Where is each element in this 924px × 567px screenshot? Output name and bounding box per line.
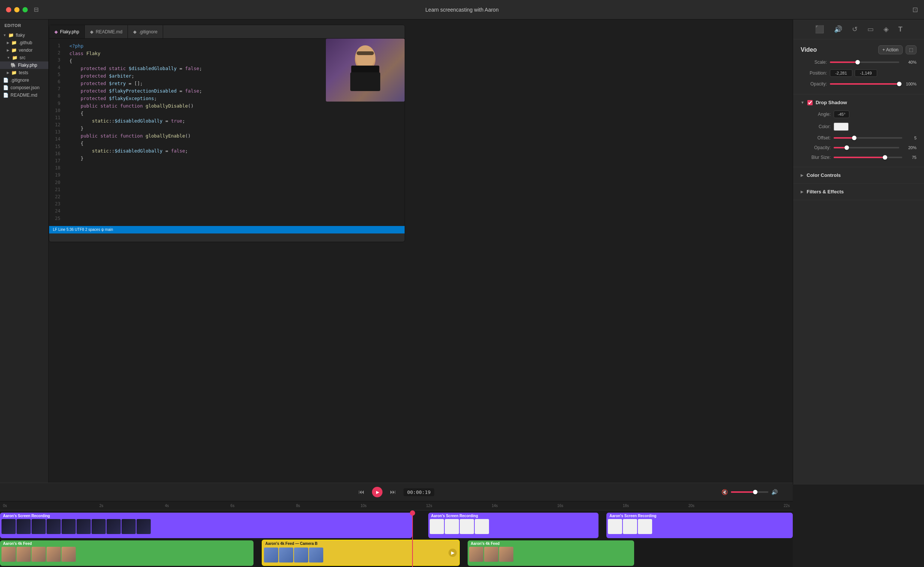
shadow-opacity-slider[interactable] [834, 147, 899, 148]
film-icon[interactable]: ⬛ [815, 25, 824, 34]
drop-shadow-checkbox[interactable] [807, 100, 813, 105]
ruler-marks: 0s 2s 4s 6s 8s 10s 12s 14s 16s 18s 20s 2… [3, 504, 790, 508]
line-numbers: 1234567891011121314151617181920212223242… [49, 39, 64, 226]
ruler-8s: 8s [265, 504, 331, 508]
sidebar-item-tests[interactable]: 📁 tests [0, 69, 48, 76]
sidebar-item-flaky[interactable]: 📁 flaky [0, 32, 48, 39]
volume-max-icon: 🔊 [771, 489, 778, 495]
file-icon: 📄 [3, 85, 9, 90]
editor-panel: ◆ Flaky.php ◆ README.md ◆ .gitignore 123… [49, 25, 405, 242]
ruler-0s: 0s [3, 504, 69, 508]
angle-value-box[interactable]: -45° [834, 111, 849, 118]
forward-button[interactable]: ⏭ [390, 489, 396, 495]
clip-cam-1[interactable]: Aaron's 4k Feed [0, 540, 254, 566]
scale-value: 40% [902, 60, 916, 64]
clip-screen-3[interactable]: Aaron's Screen Recording [606, 513, 793, 538]
sidebar-item-github[interactable]: 📁 .github [0, 39, 48, 46]
video-section-header: Video + Action ⬚ [801, 45, 916, 54]
opacity-slider[interactable] [830, 83, 899, 85]
clip-screen-2[interactable]: Aaron's Screen Recording [428, 513, 599, 538]
tab-flaky-php[interactable]: ◆ Flaky.php [49, 25, 85, 38]
traffic-lights [6, 7, 28, 12]
scale-slider[interactable] [830, 62, 899, 63]
angle-row: Angle: -45° [801, 111, 916, 118]
drop-shadow-header[interactable]: ▼ Drop Shadow [793, 94, 924, 111]
opacity-value: 100% [902, 82, 916, 86]
drop-shadow-title: Drop Shadow [816, 100, 916, 105]
chevron-right-icon [7, 48, 9, 52]
scale-label: Scale: [801, 60, 827, 65]
drop-shadow-chevron: ▼ [801, 100, 804, 105]
shadow-color-swatch[interactable] [834, 123, 849, 131]
ruler-22s: 22s [724, 504, 790, 508]
sidebar-toggle[interactable]: ⊟ [32, 6, 40, 14]
chevron-down-icon [3, 33, 6, 37]
text-icon[interactable]: T [898, 26, 903, 33]
play-button[interactable]: ▶ [372, 487, 383, 497]
chevron-right-icon [7, 41, 9, 45]
editor-content: 1234567891011121314151617181920212223242… [49, 39, 405, 226]
scale-row: Scale: 40% [801, 60, 916, 65]
playhead [412, 510, 413, 567]
php-file-icon: 🐘 [11, 63, 16, 68]
shadow-opacity-row: Opacity: 20% [801, 145, 916, 150]
video-options-button[interactable]: ⬚ [906, 45, 916, 54]
folder-icon: 📁 [11, 70, 17, 75]
ruler-14s: 14s [462, 504, 527, 508]
audio-icon[interactable]: 🔊 [834, 25, 842, 33]
opacity-label: Opacity: [801, 81, 827, 87]
clip-label: Aaron's 4k Feed [0, 540, 254, 547]
action-button[interactable]: + Action [878, 45, 903, 54]
timeline-ruler: 0s 2s 4s 6s 8s 10s 12s 14s 16s 18s 20s 2… [0, 501, 793, 510]
window-controls: ⊡ [912, 6, 918, 14]
clip-cam-b[interactable]: Aaron's 4k Feed — Camera B ▶ [262, 540, 460, 566]
volume-slider[interactable] [731, 491, 768, 493]
close-button[interactable] [6, 7, 11, 12]
sidebar-item-readme[interactable]: 📄 README.md [0, 92, 48, 99]
screen-recording-track-1: Aaron's Screen Recording Aaron's Scr [0, 512, 793, 539]
timeline-area: ⏮ ▶ ⏭ 00:00:19 🔇 🔊 0s 2s 4s 6s 8s 10s 12… [0, 483, 793, 567]
blur-slider[interactable] [834, 157, 902, 158]
clip-arrow-icon: ▶ [449, 549, 457, 557]
color-controls-header[interactable]: ▶ Color Controls [793, 167, 924, 183]
sidebar-item-vendor[interactable]: 📁 vendor [0, 46, 48, 54]
monitor-icon[interactable]: ▭ [867, 25, 874, 33]
ruler-4s: 4s [134, 504, 200, 508]
ruler-10s: 10s [331, 504, 397, 508]
tab-gitignore[interactable]: ◆ .gitignore [128, 25, 163, 38]
clip-label: Aaron's 4k Feed — Camera B [263, 540, 460, 547]
clip-label: Aaron's Screen Recording [0, 513, 412, 519]
tab-readme[interactable]: ◆ README.md [85, 25, 128, 38]
drop-shadow-section: ▼ Drop Shadow Angle: -45° Color: Offset: [793, 94, 924, 167]
volume-mute-icon[interactable]: 🔇 [721, 489, 728, 495]
filters-effects-header[interactable]: ▶ Filters & Effects [793, 184, 924, 200]
sidebar-item-src[interactable]: 📁 src [0, 54, 48, 62]
filters-effects-title: Filters & Effects [807, 189, 916, 195]
ruler-18s: 18s [593, 504, 658, 508]
maximize-button[interactable] [23, 7, 28, 12]
position-y-value[interactable]: -1,149 [855, 69, 877, 77]
minimize-button[interactable] [14, 7, 20, 12]
position-x-value[interactable]: -2,281 [830, 69, 852, 77]
ruler-16s: 16s [527, 504, 593, 508]
right-panel: ⬛ 🔊 ↺ ▭ ◈ T Video + Action ⬚ Scale: 40% [793, 20, 924, 484]
sidebar-item-gitignore[interactable]: 📄 .gitignore [0, 76, 48, 84]
timer-icon[interactable]: ↺ [852, 25, 858, 33]
editor-statusbar: LF Line 5:36 UTF8 2 spaces ψ main [49, 226, 405, 234]
offset-row: Offset: 5 [801, 135, 916, 141]
drop-icon[interactable]: ◈ [883, 25, 889, 33]
offset-slider[interactable] [834, 137, 902, 139]
video-section-title: Video [801, 46, 817, 53]
file-sidebar: Editor 📁 flaky 📁 .github 📁 vendor 📁 src … [0, 20, 49, 484]
clip-screen-1[interactable]: Aaron's Screen Recording [0, 513, 412, 538]
clip-cam-2[interactable]: Aaron's 4k Feed [467, 540, 634, 566]
sidebar-item-composer[interactable]: 📄 composer.json [0, 84, 48, 92]
filters-effects-section: ▶ Filters & Effects [793, 184, 924, 200]
rewind-button[interactable]: ⏮ [359, 489, 365, 495]
folder-icon: 📁 [11, 48, 17, 53]
position-row: Position: -2,281 -1,149 [801, 69, 916, 77]
sidebar-item-flaky-php[interactable]: 🐘 Flaky.php [0, 62, 48, 69]
md-tab-icon: ◆ [90, 29, 93, 34]
shadow-color-row: Color: [801, 123, 916, 131]
file-icon: 📄 [3, 93, 9, 98]
